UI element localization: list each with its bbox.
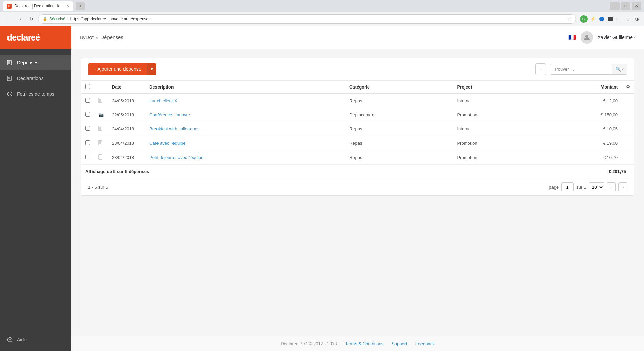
- row-description-link[interactable]: Conférence Hanovre: [149, 112, 190, 117]
- search-button[interactable]: 🔍 ▾: [612, 64, 627, 74]
- user-name[interactable]: Xavier Guillerme ▾: [598, 35, 636, 40]
- search-input[interactable]: [550, 64, 612, 74]
- search-icon: 🔍: [615, 67, 621, 72]
- url-text: https://app.declaree.com/declaree/expens…: [70, 17, 150, 21]
- th-date: Date: [108, 81, 145, 94]
- sidebar-logo: declareé: [0, 26, 71, 49]
- minimize-button[interactable]: ─: [610, 2, 620, 10]
- ext-icon-2[interactable]: ⚡: [589, 15, 596, 23]
- row-montant: € 10,70: [542, 150, 622, 165]
- close-button[interactable]: ✕: [632, 2, 641, 10]
- page-label: page: [549, 185, 559, 190]
- table-row: 23/04/2018 Petit déjeuner avec l'équipe.…: [81, 150, 634, 165]
- sidebar-item-aide[interactable]: ? Aide: [7, 334, 65, 346]
- row-description: Conférence Hanovre: [145, 108, 345, 122]
- window-controls: ─ □ ✕: [610, 2, 641, 10]
- address-bar[interactable]: 🔒 Sécurisé | https://app.declaree.com/de…: [38, 14, 576, 24]
- row-camera-icon: 📷: [98, 112, 104, 117]
- page-total-label: sur 1: [576, 185, 586, 190]
- ext-icon-3[interactable]: 🔵: [598, 15, 605, 23]
- row-categorie: Repas: [345, 94, 453, 108]
- tab-close-icon[interactable]: ✕: [66, 4, 69, 8]
- refresh-button[interactable]: ↻: [27, 14, 36, 24]
- row-categorie: Repas: [345, 136, 453, 150]
- user-avatar[interactable]: [581, 31, 593, 44]
- sidebar-item-depenses-label: Dépenses: [17, 60, 38, 65]
- select-all-checkbox[interactable]: [85, 84, 90, 89]
- ext-icon-5[interactable]: ⋯: [615, 15, 623, 23]
- row-description: Lunch client X: [145, 94, 345, 108]
- th-project: Project: [453, 81, 542, 94]
- row-checkbox[interactable]: [85, 112, 90, 117]
- search-dropdown-icon: ▾: [622, 67, 624, 71]
- search-wrap: 🔍 ▾: [550, 64, 627, 75]
- top-bar: ByDot » Dépenses 🇫🇷 Xavier Guillerme ▾: [71, 26, 644, 49]
- aide-icon: ?: [7, 337, 13, 343]
- ext-icon-4[interactable]: ⬛: [607, 15, 614, 23]
- svg-point-12: [585, 35, 588, 38]
- new-tab-button[interactable]: +: [76, 2, 85, 10]
- depenses-icon: [7, 60, 13, 66]
- sidebar-item-declarations-label: Déclarations: [17, 76, 44, 81]
- star-icon[interactable]: ☆: [567, 16, 572, 22]
- add-expense-button[interactable]: + Ajouter une dépense: [88, 63, 147, 75]
- svg-line-9: [10, 94, 11, 95]
- settings-icon[interactable]: ⚙: [626, 84, 630, 90]
- row-icon-cell: [94, 150, 108, 165]
- ext-icon-1[interactable]: G: [580, 15, 588, 23]
- sidebar-item-depenses[interactable]: Dépenses: [0, 55, 71, 70]
- table-row: 24/05/2018 Lunch client X Repas Interne …: [81, 94, 634, 108]
- row-description-link[interactable]: Petit déjeuner avec l'équipe.: [149, 155, 205, 160]
- row-checkbox[interactable]: [85, 126, 90, 131]
- main-content: ByDot » Dépenses 🇫🇷 Xavier Guillerme ▾: [71, 26, 644, 351]
- back-button[interactable]: ←: [3, 14, 13, 24]
- page-footer: Declaree B.V. © 2012 - 2018 Terms & Cond…: [71, 336, 644, 351]
- feuilles-icon: [7, 91, 13, 97]
- add-expense-group: + Ajouter une dépense ▾: [88, 63, 156, 75]
- row-checkbox[interactable]: [85, 155, 90, 159]
- table-row: 24/04/2018 Breakfast with colleagues Rep…: [81, 122, 634, 136]
- row-settings-cell: [622, 136, 634, 150]
- row-categorie: Repas: [345, 122, 453, 136]
- sidebar-item-feuilles[interactable]: Feuilles de temps: [0, 86, 71, 102]
- page-next-button[interactable]: ›: [618, 182, 627, 191]
- page-body: + Ajouter une dépense ▾ ≡ 🔍: [71, 49, 644, 336]
- add-expense-caret[interactable]: ▾: [147, 63, 156, 75]
- filter-button[interactable]: ≡: [535, 63, 546, 75]
- row-description-link[interactable]: Cafe avec l'équipe: [149, 141, 186, 146]
- row-settings-cell: [622, 108, 634, 122]
- sidebar: declareé Dépenses Déclarations Feuilles …: [0, 26, 71, 351]
- row-doc-icon: [98, 99, 103, 104]
- row-description-link[interactable]: Breakfast with colleagues: [149, 126, 199, 131]
- caret-icon: ▾: [151, 66, 153, 72]
- ext-icon-7[interactable]: ◑: [633, 15, 641, 23]
- row-checkbox-cell: [81, 150, 94, 165]
- logo-text: declareé: [7, 32, 40, 43]
- row-description-link[interactable]: Lunch client X: [149, 98, 177, 103]
- row-montant: € 150,00: [542, 108, 622, 122]
- row-checkbox-cell: [81, 94, 94, 108]
- row-checkbox[interactable]: [85, 98, 90, 103]
- restore-button[interactable]: □: [621, 2, 630, 10]
- page-prev-button[interactable]: ‹: [607, 182, 616, 191]
- row-date: 22/05/2018: [108, 108, 145, 122]
- footer-support-link[interactable]: Support: [392, 341, 407, 346]
- add-expense-label: + Ajouter une dépense: [94, 66, 142, 72]
- filter-icon: ≡: [539, 66, 542, 72]
- row-description: Petit déjeuner avec l'équipe.: [145, 150, 345, 165]
- language-flag[interactable]: 🇫🇷: [568, 34, 576, 41]
- sidebar-item-declarations[interactable]: Déclarations: [0, 70, 71, 86]
- page-input[interactable]: [561, 182, 574, 191]
- page-size-select[interactable]: 10 25 50: [589, 182, 604, 191]
- footer-feedback-link[interactable]: Feedback: [415, 341, 435, 346]
- ext-icon-6[interactable]: ⊞: [624, 15, 632, 23]
- tab-favicon: D: [7, 4, 12, 9]
- row-doc-icon: [98, 156, 103, 161]
- forward-button[interactable]: →: [15, 14, 24, 24]
- footer-terms-link[interactable]: Terms & Conditions: [345, 341, 383, 346]
- app-layout: declareé Dépenses Déclarations Feuilles …: [0, 26, 644, 351]
- row-settings-cell: [622, 150, 634, 165]
- row-date: 23/04/2018: [108, 150, 145, 165]
- browser-tab[interactable]: D Declaree | Declaration de... ✕: [3, 1, 73, 11]
- row-checkbox[interactable]: [85, 140, 90, 145]
